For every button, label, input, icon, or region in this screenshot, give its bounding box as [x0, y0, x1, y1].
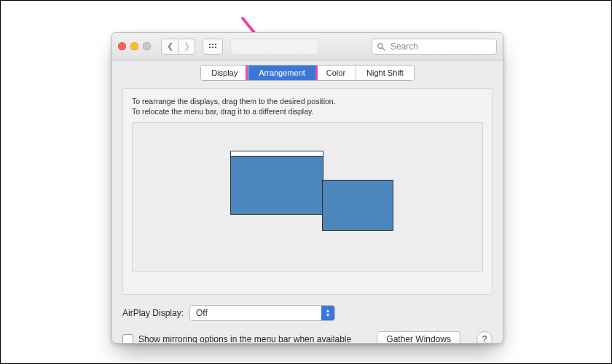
show-all-button[interactable]: [203, 39, 223, 55]
toolbar-title-placeholder: [230, 39, 319, 55]
display-secondary[interactable]: [322, 180, 393, 231]
airplay-label: AirPlay Display:: [122, 308, 184, 318]
tab-label: Arrangement: [259, 68, 305, 77]
tabs-row: Display Arrangement Color Night Shift: [112, 60, 503, 85]
airplay-row: AirPlay Display: Off ▲ ▼: [122, 305, 493, 321]
help-icon: ?: [482, 334, 487, 344]
popup-stepper-icon: ▲ ▼: [321, 306, 334, 320]
airplay-popup[interactable]: Off ▲ ▼: [189, 305, 335, 321]
chevron-right-icon: ❯: [184, 42, 190, 50]
mirroring-label: Show mirroring options in the menu bar w…: [138, 334, 351, 344]
svg-line-2: [382, 47, 385, 50]
zoom-icon: [143, 42, 151, 50]
menu-bar-handle[interactable]: [231, 151, 323, 157]
window-traffic-lights: [118, 42, 151, 50]
button-label: Gather Windows: [386, 334, 451, 344]
window-toolbar: ❮ ❯: [112, 33, 503, 60]
tab-label: Display: [211, 68, 238, 77]
bottom-controls: AirPlay Display: Off ▲ ▼ Show mirroring …: [112, 295, 503, 344]
nav-back-forward: ❮ ❯: [161, 39, 195, 55]
search-field[interactable]: [372, 39, 497, 55]
display-tabs: Display Arrangement Color Night Shift: [200, 65, 415, 81]
arrangement-panel: To rearrange the displays, drag them to …: [122, 88, 493, 295]
tab-night-shift[interactable]: Night Shift: [356, 66, 414, 80]
tab-color[interactable]: Color: [315, 66, 356, 80]
help-button[interactable]: ?: [476, 331, 493, 344]
airplay-value: Off: [196, 308, 208, 318]
mirroring-row: Show mirroring options in the menu bar w…: [122, 331, 493, 344]
instructions: To rearrange the displays, drag them to …: [123, 89, 492, 122]
chevron-left-icon: ❮: [167, 42, 173, 50]
grid-icon: [208, 43, 217, 50]
tab-label: Color: [326, 68, 345, 77]
nav-forward-button: ❯: [178, 39, 195, 54]
search-icon: [377, 42, 385, 51]
arrangement-canvas[interactable]: [132, 122, 483, 272]
search-input[interactable]: [389, 41, 501, 52]
gather-windows-button[interactable]: Gather Windows: [377, 331, 460, 344]
displays-pref-window: ❮ ❯: [111, 32, 503, 344]
tab-display[interactable]: Display: [201, 66, 248, 80]
tab-label: Night Shift: [366, 68, 404, 77]
mirroring-checkbox[interactable]: [122, 334, 133, 344]
nav-back-button[interactable]: ❮: [162, 39, 178, 54]
instructions-line: To relocate the menu bar, drag it to a d…: [132, 106, 483, 116]
minimize-icon[interactable]: [130, 42, 138, 50]
instructions-line: To rearrange the displays, drag them to …: [132, 96, 483, 106]
display-primary[interactable]: [230, 151, 323, 215]
tab-arrangement[interactable]: Arrangement: [248, 66, 315, 80]
close-icon[interactable]: [118, 42, 126, 50]
